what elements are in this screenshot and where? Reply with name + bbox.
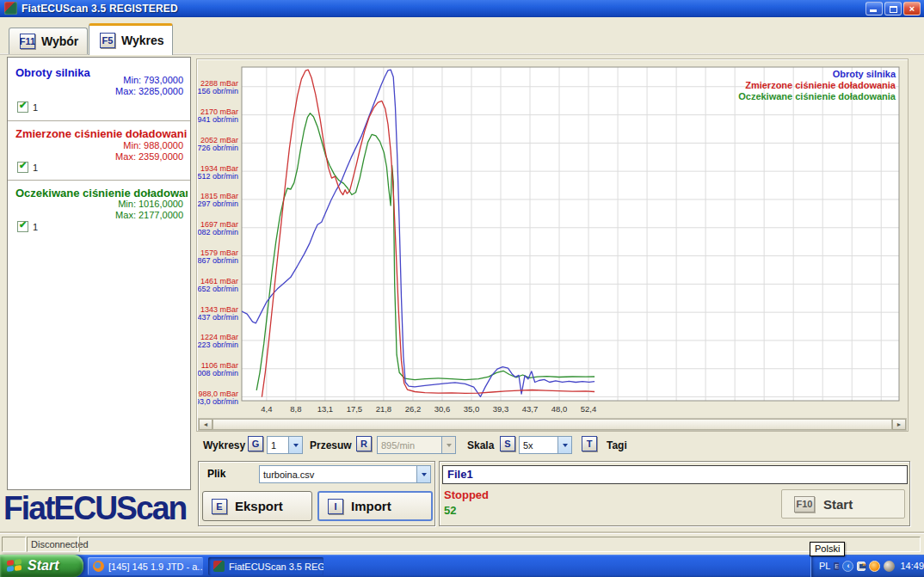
file-select[interactable]: turboina.csv [259, 465, 431, 483]
start-menu-button[interactable]: Start [0, 555, 83, 577]
i-keycap-icon: I [328, 499, 343, 514]
system-tray: PL E ‹ » 14:49 [810, 555, 924, 577]
import-button-label: Import [351, 499, 391, 513]
svg-text:Zmierzone ciśnienie doładowani: Zmierzone ciśnienie doładowania [745, 80, 896, 90]
chart-scrollbar[interactable]: ◄ ► [198, 418, 907, 431]
taskbar-item-browser[interactable]: [145] 145 1.9 JTD - a... [88, 557, 203, 575]
scroll-right-icon[interactable]: ► [892, 419, 906, 430]
dropdown-arrow-icon[interactable] [441, 437, 455, 453]
minimize-icon [870, 9, 877, 12]
svg-text:1437 obr/min: 1437 obr/min [198, 313, 238, 322]
session-groupbox: File1 Stopped 52 F10 Start [439, 461, 910, 526]
plik-label: Plik [207, 468, 225, 480]
restore-icon [890, 6, 897, 13]
scrollbar-track[interactable] [213, 419, 892, 430]
wykresy-select[interactable]: 1 [267, 436, 303, 454]
dropdown-arrow-icon[interactable] [557, 437, 571, 453]
svg-text:2726 obr/min: 2726 obr/min [198, 144, 238, 152]
scroll-left-icon[interactable]: ◄ [199, 419, 213, 430]
import-button[interactable]: I Import [317, 491, 433, 521]
hide-icons-icon[interactable]: ‹ [842, 561, 853, 572]
svg-text:3156 obr/min: 3156 obr/min [198, 87, 238, 95]
dropdown-arrow-icon[interactable] [416, 466, 430, 482]
clock: 14:49 [900, 561, 924, 571]
signal-checkbox-rpm[interactable]: ✔ [17, 101, 28, 113]
session-name-input[interactable]: File1 [442, 465, 908, 484]
signal-min-expected: Min: 1016,0000 [63, 199, 183, 210]
fiatecuscan-icon [213, 561, 225, 572]
signal-minmax-expected: Min: 1016,0000 Max: 2177,0000 [63, 199, 183, 221]
taskbar: Start [145] 145 1.9 JTD - a... FiatECUSc… [0, 555, 924, 577]
t-keycap-button[interactable]: T [582, 436, 597, 451]
acquisition-status: Stopped [444, 488, 489, 501]
tab-wybor[interactable]: F11 Wybór [9, 28, 88, 54]
status-bar: Disconnected [0, 533, 924, 554]
svg-text:43,7: 43,7 [522, 404, 539, 414]
s-keycap-button[interactable]: S [500, 436, 515, 451]
checkmark-icon: ✔ [19, 160, 27, 171]
svg-text:Obroty silnika: Obroty silnika [833, 69, 896, 79]
tagi-label: Tagi [607, 437, 627, 454]
signal-minmax-measured: Min: 988,0000 Max: 2359,0000 [63, 140, 183, 163]
volume-icon[interactable] [884, 561, 895, 572]
signal-checkbox-label-measured: 1 [33, 163, 38, 173]
signal-title-measured: Zmierzone ciśnienie doładowani [15, 127, 188, 140]
wykresy-select-value: 1 [268, 440, 288, 451]
dropdown-arrow-icon[interactable] [288, 437, 302, 453]
svg-text:2941 obr/min: 2941 obr/min [198, 115, 238, 124]
f5-keycap-icon: F5 [100, 33, 115, 48]
update-agent-icon[interactable] [869, 561, 880, 572]
eksport-button-label: Eksport [235, 499, 283, 513]
f11-keycap-icon: F11 [20, 34, 35, 49]
signal-toggle-row-rpm: ✔ 1 [17, 101, 38, 113]
eksport-button[interactable]: E Eksport [202, 491, 312, 521]
tab-wykres[interactable]: F5 Wykres [89, 23, 173, 55]
minimize-button[interactable] [865, 2, 883, 15]
svg-text:39,3: 39,3 [493, 404, 509, 414]
svg-text:17,5: 17,5 [347, 404, 363, 414]
signal-min-measured: Min: 988,0000 [63, 140, 183, 151]
window-title: FiatECUScan 3.5 REGISTERED [22, 3, 178, 15]
restore-button[interactable] [884, 2, 902, 15]
svg-text:26,2: 26,2 [405, 404, 422, 414]
g-keycap-button[interactable]: G [248, 436, 263, 451]
svg-text:2297 obr/min: 2297 obr/min [198, 199, 238, 208]
start-button-label: Start [823, 497, 853, 512]
przesuw-select-value: 895/min [378, 440, 441, 451]
section-divider [8, 120, 190, 121]
start-button[interactable]: F10 Start [781, 489, 905, 519]
firefox-icon [93, 561, 104, 572]
r-keycap-button[interactable]: R [356, 436, 372, 451]
skala-select[interactable]: 5x [519, 436, 572, 454]
connection-status: Disconnected [27, 537, 78, 552]
taskbar-item-fiatecuscan[interactable]: FiatECUScan 3.5 REG... [208, 557, 323, 575]
signal-checkbox-label-expected: 1 [33, 222, 38, 232]
fiatecuscan-logo: FiatECUScan [3, 490, 193, 527]
close-button[interactable]: × [903, 2, 921, 15]
file-groupbox: Plik turboina.csv E Eksport I Import [198, 461, 435, 526]
tab-wykres-label: Wykres [121, 34, 164, 47]
file-select-value: turboina.csv [260, 470, 416, 480]
signal-checkbox-label-rpm: 1 [33, 102, 38, 113]
svg-text:21,8: 21,8 [376, 404, 392, 414]
svg-text:1008 obr/min: 1008 obr/min [198, 369, 238, 378]
signal-checkbox-expected[interactable]: ✔ [17, 221, 28, 232]
svg-text:35,0: 35,0 [464, 404, 480, 414]
close-icon: × [904, 3, 920, 15]
przesuw-label: Przesuw [310, 437, 352, 454]
f10-keycap-icon: F10 [794, 496, 815, 513]
svg-text:793,0 obr/min: 793,0 obr/min [198, 397, 238, 406]
svg-text:8,8: 8,8 [290, 404, 301, 414]
e-keycap-icon: E [212, 499, 227, 514]
scrollbar-thumb[interactable] [213, 419, 892, 430]
section-divider [8, 180, 190, 181]
przesuw-select[interactable]: 895/min [377, 436, 456, 454]
skala-label: Skala [467, 437, 494, 454]
signal-toggle-row-measured: ✔ 1 [17, 162, 38, 173]
signal-checkbox-measured[interactable]: ✔ [17, 162, 28, 173]
svg-text:Oczekiwane ciśnienie doładowan: Oczekiwane ciśnienie doładowania [738, 91, 896, 101]
chart-plot[interactable]: 4,48,813,117,521,826,230,635,039,343,748… [198, 60, 907, 414]
sample-counter: 52 [444, 504, 456, 517]
language-indicator[interactable]: PL [819, 561, 830, 571]
network-monitor-icon[interactable]: » [857, 562, 865, 571]
